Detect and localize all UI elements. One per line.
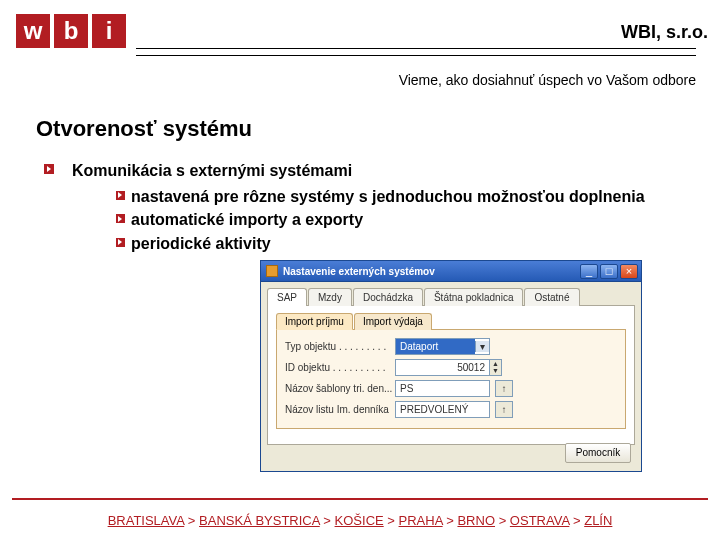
- bullet-arrow-icon: [116, 238, 125, 247]
- spinner-buttons[interactable]: ▲▼: [490, 359, 502, 376]
- minimize-button[interactable]: _: [580, 264, 598, 279]
- outer-tabs: SAP Mzdy Dochádzka Štátna pokladnica Ost…: [267, 288, 635, 306]
- lookup-button[interactable]: ↑: [495, 380, 513, 397]
- city-zlin: ZLÍN: [584, 513, 612, 528]
- breadcrumb-sep: >: [499, 513, 507, 528]
- logo-letter-i: i: [92, 14, 126, 48]
- breadcrumb-sep: >: [387, 513, 395, 528]
- window-app-icon: [266, 265, 278, 277]
- field-row: Názov šablony tri. den... PS ↑: [285, 380, 617, 397]
- sub-bullet-row: automatické importy a exporty: [116, 209, 710, 231]
- field-label: ID objektu . . . . . . . . . .: [285, 362, 395, 373]
- lookup-button[interactable]: ↑: [495, 401, 513, 418]
- city-praha: PRAHA: [399, 513, 443, 528]
- slide-header: wbi WBI, s.r.o. Vieme, ako dosiahnuť úsp…: [0, 0, 720, 96]
- tab-import-vydaja[interactable]: Import výdaja: [354, 313, 432, 330]
- maximize-button[interactable]: □: [600, 264, 618, 279]
- city-ostrava: OSTRAVA: [510, 513, 569, 528]
- sub-bullets: nastavená pre rôzne systémy s jednoducho…: [116, 186, 710, 255]
- city-brno: BRNO: [457, 513, 495, 528]
- typ-objektu-select[interactable]: Dataport ▾: [395, 338, 490, 355]
- header-rule-bottom: [136, 55, 696, 56]
- tagline: Vieme, ako dosiahnuť úspech vo Vašom odb…: [16, 72, 696, 88]
- company-name: WBI, s.r.o.: [621, 22, 708, 43]
- id-objektu-input[interactable]: 50012: [395, 359, 490, 376]
- bullet-main-text: Komunikácia s externými systémami: [72, 160, 352, 182]
- sub-bullet-text: automatické importy a exporty: [131, 209, 363, 231]
- bullet-main-row: Komunikácia s externými systémami: [44, 160, 710, 182]
- field-label: Typ objektu . . . . . . . . .: [285, 341, 395, 352]
- slide-content: Komunikácia s externými systémami nastav…: [44, 160, 710, 254]
- breadcrumb-sep: >: [573, 513, 581, 528]
- sub-bullet-row: periodické aktivity: [116, 233, 710, 255]
- sub-bullet-text: nastavená pre rôzne systémy s jednoducho…: [131, 186, 645, 208]
- field-label: Názov šablony tri. den...: [285, 383, 395, 394]
- tab-sap[interactable]: SAP: [267, 288, 307, 306]
- inner-tabs: Import príjmu Import výdaja: [276, 313, 626, 330]
- tab-ostatne[interactable]: Ostatné: [524, 288, 579, 306]
- field-row: Názov listu Im. denníka PREDVOLENÝ ↑: [285, 401, 617, 418]
- slide-title: Otvorenosť systému: [36, 116, 720, 142]
- tab-import-prijmu[interactable]: Import príjmu: [276, 313, 353, 330]
- nazov-listu-input[interactable]: PREDVOLENÝ: [395, 401, 490, 418]
- inner-tab-panel: Typ objektu . . . . . . . . . Dataport ▾…: [276, 329, 626, 429]
- bullet-arrow-icon: [116, 214, 125, 223]
- breadcrumb-sep: >: [323, 513, 331, 528]
- tab-mzdy[interactable]: Mzdy: [308, 288, 352, 306]
- outer-tab-panel: Import príjmu Import výdaja Typ objektu …: [267, 305, 635, 445]
- chevron-down-icon: ▾: [475, 341, 489, 352]
- breadcrumb-sep: >: [188, 513, 196, 528]
- settings-window: Nastavenie externých systémov _ □ × SAP …: [260, 260, 642, 472]
- window-titlebar[interactable]: Nastavenie externých systémov _ □ ×: [260, 260, 642, 282]
- sub-bullet-text: periodické aktivity: [131, 233, 271, 255]
- sub-bullet-row: nastavená pre rôzne systémy s jednoducho…: [116, 186, 710, 208]
- city-bratislava: BRATISLAVA: [108, 513, 185, 528]
- window-title: Nastavenie externých systémov: [283, 266, 578, 277]
- window-body: SAP Mzdy Dochádzka Štátna pokladnica Ost…: [260, 282, 642, 472]
- tab-statna-pokladnica[interactable]: Štátna pokladnica: [424, 288, 524, 306]
- logo-letter-b: b: [54, 14, 88, 48]
- city-kosice: KOŠICE: [335, 513, 384, 528]
- city-banska-bystrica: BANSKÁ BYSTRICA: [199, 513, 320, 528]
- bullet-arrow-icon: [116, 191, 125, 200]
- breadcrumb-sep: >: [446, 513, 454, 528]
- tab-dochadzka[interactable]: Dochádzka: [353, 288, 423, 306]
- wbi-logo: wbi: [16, 14, 130, 48]
- logo-letter-w: w: [16, 14, 50, 48]
- nazov-sablony-input[interactable]: PS: [395, 380, 490, 397]
- footer-rule: [12, 498, 708, 500]
- header-rule-top: [136, 48, 696, 49]
- field-row: ID objektu . . . . . . . . . . 50012 ▲▼: [285, 359, 617, 376]
- bullet-arrow-icon: [44, 164, 54, 174]
- field-row: Typ objektu . . . . . . . . . Dataport ▾: [285, 338, 617, 355]
- close-button[interactable]: ×: [620, 264, 638, 279]
- help-button[interactable]: Pomocník: [565, 443, 631, 463]
- field-label: Názov listu Im. denníka: [285, 404, 395, 415]
- footer-cities: BRATISLAVA > BANSKÁ BYSTRICA > KOŠICE > …: [0, 513, 720, 528]
- select-value: Dataport: [396, 339, 475, 354]
